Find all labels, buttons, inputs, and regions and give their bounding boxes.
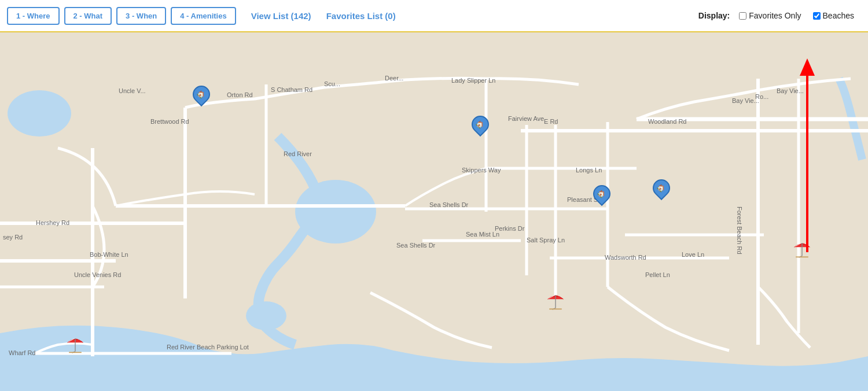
favorites-only-checkbox[interactable] (739, 12, 746, 20)
beach-marker-2[interactable] (545, 290, 566, 313)
map-pin-4[interactable]: 🏠 (653, 179, 670, 200)
favorites-list-link[interactable]: Favorites List (0) (326, 11, 396, 21)
view-list-link[interactable]: View List (142) (251, 11, 311, 21)
map-pin-2[interactable]: 🏠 (472, 116, 489, 137)
toolbar: 1 - Where 2 - What 3 - When 4 - Amenitie… (0, 0, 868, 32)
beaches-checkbox-group[interactable]: Beaches (813, 11, 854, 20)
beach-marker-1[interactable] (65, 333, 86, 356)
map: Uncle V... Brettwood Rd Orton Rd S Chath… (0, 32, 868, 391)
svg-point-1 (8, 90, 71, 137)
step2-button[interactable]: 2 - What (64, 7, 112, 25)
beaches-label: Beaches (823, 11, 854, 20)
step4-button[interactable]: 4 - Amenities (171, 7, 236, 25)
favorites-only-checkbox-group[interactable]: Favorites Only (739, 11, 801, 20)
svg-point-3 (246, 301, 286, 330)
beaches-checkbox[interactable] (813, 12, 821, 20)
beach-marker-3[interactable] (792, 238, 812, 261)
map-pin-3[interactable]: 🏠 (593, 185, 610, 206)
favorites-only-label: Favorites Only (749, 11, 801, 20)
step1-button[interactable]: 1 - Where (7, 7, 60, 25)
step3-button[interactable]: 3 - When (116, 7, 166, 25)
svg-point-2 (295, 180, 376, 244)
map-pin-1[interactable]: 🏠 (193, 86, 210, 106)
display-label: Display: (698, 11, 730, 20)
